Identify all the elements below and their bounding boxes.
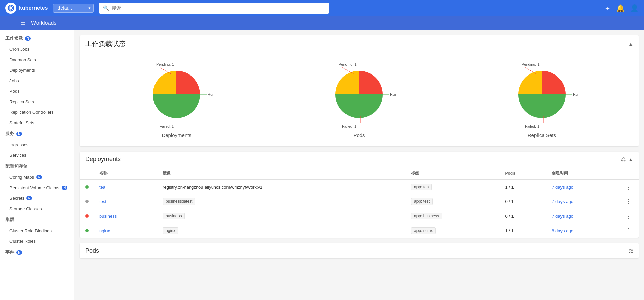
row-image-business: business	[157, 209, 406, 223]
tag-chip-tea: app: tea	[411, 184, 432, 190]
deployment-link-nginx[interactable]: nginx	[99, 228, 110, 233]
menu-dots-tea[interactable]: ⋮	[624, 184, 633, 190]
section-navigation: ☰ Workloads	[0, 16, 644, 30]
sidebar-item-deployments[interactable]: Deployments	[0, 65, 74, 76]
row-name-business: business	[94, 209, 157, 223]
row-name-nginx: nginx	[94, 223, 157, 238]
svg-text:Running: 2: Running: 2	[208, 92, 214, 97]
sidebar-item-replication-controllers[interactable]: Replication Controllers	[0, 107, 74, 117]
app-name: kubernetes	[19, 5, 48, 11]
pvc-badge: N	[62, 186, 67, 190]
row-status-test	[80, 194, 94, 209]
row-label-tea: app: tea	[406, 180, 500, 194]
menu-dots-business[interactable]: ⋮	[624, 213, 633, 219]
sidebar-item-ingresses[interactable]: Ingresses	[0, 140, 74, 150]
search-bar[interactable]: 🔍	[99, 3, 329, 14]
services-section-label: 服务	[5, 131, 14, 137]
sidebar-item-storage-classes[interactable]: Storage Classes	[0, 203, 74, 214]
pods-panel: Pods ⚖	[80, 243, 639, 258]
tag-chip-business: app: business	[411, 213, 442, 219]
sidebar-item-cluster-role-bindings[interactable]: Cluster Role Bindings	[0, 226, 74, 236]
row-time-nginx: 8 days ago	[546, 223, 619, 238]
deployments-chart: Pending: 1 Failed: 1 Running: 2	[139, 61, 214, 128]
th-status	[80, 167, 94, 180]
deployment-link-business[interactable]: business	[99, 214, 117, 219]
sidebar-item-pvc[interactable]: Persistent Volume Claims N	[0, 183, 74, 193]
namespace-selector[interactable]: default	[53, 4, 94, 13]
svg-text:Running: 2: Running: 2	[390, 92, 396, 97]
sidebar-item-services[interactable]: Services	[0, 150, 74, 160]
logo-area[interactable]: kubernetes	[5, 3, 48, 14]
th-label: 标签	[406, 167, 500, 180]
row-status-business	[80, 209, 94, 223]
workloads-label: 工作负载	[5, 35, 23, 41]
time-link-business[interactable]: 7 days ago	[552, 214, 573, 219]
secrets-label: Secrets	[9, 196, 24, 201]
events-label: 事件	[5, 249, 14, 255]
events-badge: N	[16, 250, 22, 255]
top-nav-right: ＋ 🔔 👤	[604, 4, 639, 13]
collapse-deployments-icon[interactable]: ▲	[628, 157, 633, 162]
deployments-label: Deployments	[9, 68, 35, 73]
row-menu-test: ⋮	[619, 194, 639, 209]
secrets-badge: N	[26, 196, 32, 200]
sidebar-item-jobs[interactable]: Jobs	[0, 76, 74, 86]
row-menu-nginx: ⋮	[619, 223, 639, 238]
time-link-nginx[interactable]: 8 days ago	[552, 228, 573, 233]
sidebar-item-cluster-roles[interactable]: Cluster Roles	[0, 236, 74, 247]
time-link-tea[interactable]: 7 days ago	[552, 185, 573, 190]
replicasets-chart-container: Pending: 1 Failed: 1 Running: 2 Replica …	[505, 61, 579, 138]
collapse-status-icon[interactable]: ▲	[628, 41, 633, 47]
pods-title: Pods	[85, 247, 99, 254]
menu-icon[interactable]: ☰	[20, 19, 26, 27]
add-icon[interactable]: ＋	[604, 4, 611, 13]
deployments-panel-header: Deployments ⚖ ▲	[80, 152, 639, 167]
cluster-role-bindings-label: Cluster Role Bindings	[9, 228, 52, 233]
user-icon[interactable]: 👤	[630, 4, 639, 12]
sort-icon[interactable]: ↑	[569, 171, 571, 175]
deployments-title: Deployments	[85, 156, 121, 163]
stateful-sets-label: Stateful Sets	[9, 120, 34, 125]
svg-line-12	[342, 67, 354, 74]
row-label-business: app: business	[406, 209, 500, 223]
deployments-table: 名称 镜像 标签 Pods 创建时间 ↑ tea registry.cn-han…	[80, 167, 639, 238]
pods-filter-icon[interactable]: ⚖	[628, 248, 633, 254]
sidebar-item-replica-sets[interactable]: Replica Sets	[0, 97, 74, 107]
deployment-link-tea[interactable]: tea	[99, 185, 105, 190]
config-maps-badge: N	[36, 175, 42, 179]
deployments-table-body: tea registry.cn-hangzhou.aliyuncs.com/wm…	[80, 180, 639, 238]
menu-dots-test[interactable]: ⋮	[624, 198, 633, 205]
row-label-nginx: app: nginx	[406, 223, 500, 238]
sidebar-item-stateful-sets[interactable]: Stateful Sets	[0, 117, 74, 128]
row-label-test: app: test	[406, 194, 500, 209]
sidebar: 工作负载 N Cron Jobs Daemon Sets Deployments…	[0, 30, 74, 300]
notification-icon[interactable]: 🔔	[616, 4, 625, 12]
deployment-link-test[interactable]: test	[99, 199, 106, 204]
workload-status-header: 工作负载状态 ▲	[80, 35, 639, 52]
row-pods-nginx: 1 / 1	[500, 223, 547, 238]
search-input[interactable]	[112, 5, 325, 11]
status-dot-nginx	[85, 229, 89, 232]
sidebar-section-events: 事件 N	[0, 247, 74, 258]
th-time: 创建时间 ↑	[546, 167, 619, 180]
cluster-roles-label: Cluster Roles	[9, 239, 36, 244]
svg-text:Failed: 1: Failed: 1	[342, 124, 356, 128]
row-time-business: 7 days ago	[546, 209, 619, 223]
tag-chip-nginx: app: nginx	[411, 227, 436, 234]
sidebar-item-daemon-sets[interactable]: Daemon Sets	[0, 55, 74, 65]
pods-chart-label: Pods	[353, 132, 365, 138]
time-link-test[interactable]: 7 days ago	[552, 199, 573, 204]
sidebar-item-cron-jobs[interactable]: Cron Jobs	[0, 44, 74, 55]
filter-icon[interactable]: ⚖	[621, 156, 626, 163]
namespace-dropdown[interactable]: default	[53, 4, 94, 13]
sidebar-item-secrets[interactable]: Secrets N	[0, 193, 74, 203]
row-name-test: test	[94, 194, 157, 209]
deployments-actions: ⚖ ▲	[621, 156, 633, 163]
kubernetes-logo	[5, 3, 16, 14]
sidebar-item-pods[interactable]: Pods	[0, 86, 74, 97]
svg-text:Pending: 1: Pending: 1	[156, 62, 174, 66]
sidebar-item-config-maps[interactable]: Config Maps N	[0, 172, 74, 183]
row-menu-tea: ⋮	[619, 180, 639, 194]
menu-dots-nginx[interactable]: ⋮	[624, 227, 633, 234]
ingresses-label: Ingresses	[9, 142, 28, 147]
